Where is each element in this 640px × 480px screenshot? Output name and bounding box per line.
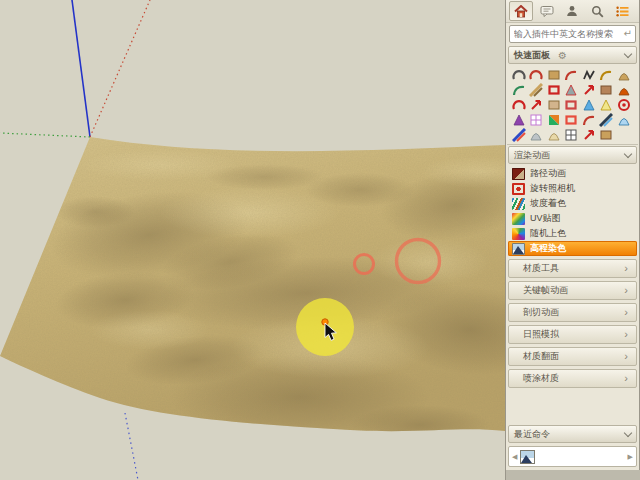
paint-brush-cursor[interactable] [296,298,354,356]
plugin-icon-17[interactable] [546,98,561,112]
app-window: ↵ 快速面板 ⚙ 渲染动画 路径动画旋转照相机坡度着色UV贴图随机上色高程染色 … [0,0,640,480]
plugin-icon-4[interactable] [564,68,579,82]
plugin-category-list: 材质工具›关键帧动画›剖切动画›日照模拟›材质翻面›喷涂材质› [508,259,637,391]
gear-icon[interactable]: ⚙ [558,50,567,61]
plugin-icon-30[interactable] [529,128,544,142]
uv-map-icon [512,213,525,225]
comment-bubble-icon [540,5,554,17]
plugin-icon-9[interactable] [529,83,544,97]
random-color-icon [512,228,525,240]
plugin-icon-23[interactable] [529,113,544,127]
rotate-camera-icon [512,183,525,195]
plugin-icon-12[interactable] [581,83,596,97]
menu-item-path-animation[interactable]: 路径动画 [508,166,637,181]
expand-arrow-icon: › [624,374,628,383]
category-button-2[interactable]: 关键帧动画› [508,281,637,300]
path-animation-icon [512,168,525,180]
plugin-icon-28[interactable] [616,113,631,127]
plugin-icon-26[interactable] [581,113,596,127]
menu-item-label: 路径动画 [530,167,566,180]
plugin-icon-19[interactable] [581,98,596,112]
plugin-icon-32[interactable] [564,128,579,142]
plugin-icon-2[interactable] [529,68,544,82]
plugin-icon-13[interactable] [599,83,614,97]
chevron-down-icon[interactable] [624,149,632,157]
plugin-icon-6[interactable] [599,68,614,82]
recent-command-elevation-color[interactable] [520,450,535,464]
menu-item-rotate-camera[interactable]: 旋转照相机 [508,181,637,196]
category-button-4[interactable]: 日照模拟› [508,325,637,344]
plugin-icon-31[interactable] [546,128,561,142]
recent-commands-title: 最近命令 [514,428,550,441]
search-button[interactable] [585,1,609,21]
plugin-icon-24[interactable] [546,113,561,127]
user-button[interactable] [560,1,584,21]
quick-panel-header[interactable]: 快速面板 ⚙ [508,46,637,64]
plugin-icon-16[interactable] [529,98,544,112]
menu-item-elevation-color[interactable]: 高程染色 [508,241,637,256]
menu-item-slope-shading[interactable]: 坡度着色 [508,196,637,211]
plugin-group-header[interactable]: 渲染动画 [508,146,637,164]
plugin-icon-14[interactable] [616,83,631,97]
quick-panel-icon-grid [507,65,638,145]
quick-panel-title: 快速面板 [514,49,550,62]
plugin-panel: ↵ 快速面板 ⚙ 渲染动画 路径动画旋转照相机坡度着色UV贴图随机上色高程染色 … [505,0,640,470]
plugin-icon-25[interactable] [564,113,579,127]
plugin-icon-18[interactable] [564,98,579,112]
blue-axis-hidden-dotted [125,413,138,480]
plugin-icon-21[interactable] [616,98,631,112]
plugin-icon-8[interactable] [511,83,526,97]
home-button[interactable] [509,1,533,21]
expand-arrow-icon: › [624,286,628,295]
plugin-icon-7[interactable] [616,68,631,82]
sand-terrain[interactable] [0,137,505,445]
scroll-right-icon[interactable]: ▶ [628,453,633,461]
red-axis-dotted [90,0,150,137]
plugin-group-title: 渲染动画 [514,149,550,162]
category-label: 日照模拟 [523,328,559,341]
plugin-search-input[interactable] [509,25,636,43]
recent-commands-strip: ◀ ▶ [508,446,637,467]
comments-button[interactable] [534,1,558,21]
category-button-1[interactable]: 材质工具› [508,259,637,278]
menu-item-label: 旋转照相机 [530,182,575,195]
search-icon [591,5,604,18]
plugin-icon-15[interactable] [511,98,526,112]
plugin-icon-29[interactable] [511,128,526,142]
3d-viewport[interactable] [0,0,505,480]
plugin-icon-22[interactable] [511,113,526,127]
expand-arrow-icon: › [624,352,628,361]
plugin-search: ↵ [509,25,636,43]
blue-axis [72,0,90,137]
plugin-icon-33[interactable] [581,128,596,142]
plugin-icon-5[interactable] [581,68,596,82]
home-icon [514,5,528,18]
plugin-icon-1[interactable] [511,68,526,82]
menu-item-label: UV贴图 [530,212,561,225]
menu-item-uv-map[interactable]: UV贴图 [508,211,637,226]
plugin-icon-11[interactable] [564,83,579,97]
terrain-scene [0,0,505,480]
category-label: 材质工具 [523,262,559,275]
recent-items [517,450,627,464]
menu-item-random-color[interactable]: 随机上色 [508,226,637,241]
plugin-icon-10[interactable] [546,83,561,97]
expand-arrow-icon: › [624,264,628,273]
chevron-down-icon[interactable] [624,428,632,436]
plugin-icon-3[interactable] [546,68,561,82]
expand-arrow-icon: › [624,308,628,317]
category-button-6[interactable]: 喷涂材质› [508,369,637,388]
category-button-3[interactable]: 剖切动画› [508,303,637,322]
plugin-icon-20[interactable] [599,98,614,112]
enter-key-icon: ↵ [624,28,632,39]
plugin-icon-34[interactable] [599,128,614,142]
elevation-color-icon [512,243,525,255]
plugin-icon-27[interactable] [599,113,614,127]
plugin-menu-list: 路径动画旋转照相机坡度着色UV贴图随机上色高程染色 [508,166,637,256]
chevron-down-icon[interactable] [624,49,632,57]
recent-commands-header[interactable]: 最近命令 [508,425,637,443]
category-button-5[interactable]: 材质翻面› [508,347,637,366]
panel-menu-button[interactable] [611,1,635,21]
green-axis-dotted [0,133,90,137]
category-label: 关键帧动画 [523,284,568,297]
